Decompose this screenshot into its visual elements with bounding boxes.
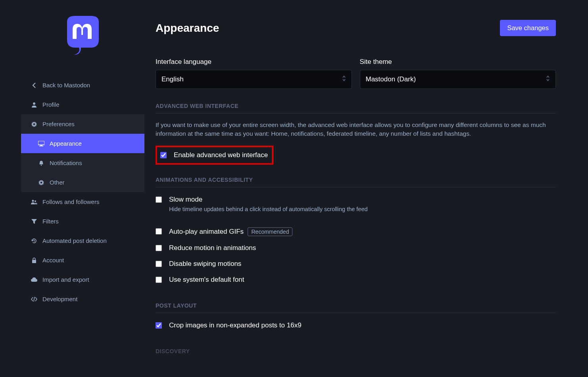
svg-point-10 (35, 200, 36, 202)
highlighted-checkbox-box: Enable advanced web interface (156, 146, 273, 165)
system-font-checkbox[interactable] (156, 277, 162, 283)
sidebar-item-profile[interactable]: Profile (21, 95, 144, 114)
disable-swiping-label: Disable swiping motions (169, 260, 241, 268)
sidebar-item-label: Follows and followers (42, 198, 99, 205)
animations-accessibility-heading: ANIMATIONS AND ACCESSIBILITY (156, 177, 556, 187)
history-icon (31, 238, 38, 244)
mastodon-logo-icon (63, 16, 103, 60)
site-theme-select[interactable]: Mastodon (Dark) (360, 70, 556, 89)
filter-icon (31, 219, 38, 224)
slow-mode-description: Hide timeline updates behind a click ins… (169, 206, 368, 212)
crop-images-checkbox[interactable] (156, 322, 162, 329)
autoplay-gifs-checkbox[interactable] (156, 228, 162, 235)
lock-icon (31, 258, 38, 263)
reduce-motion-checkbox[interactable] (156, 245, 162, 251)
discovery-heading: DISCOVERY (156, 348, 556, 358)
crop-images-label: Crop images in non-expanded posts to 16x… (169, 321, 302, 329)
sidebar-item-other[interactable]: Other (21, 173, 144, 192)
sidebar-back-label: Back to Mastodon (42, 82, 90, 88)
sidebar-item-appearance[interactable]: Appearance (21, 134, 144, 153)
bell-icon (38, 160, 45, 166)
cloud-icon (31, 277, 38, 282)
site-theme-field: Site theme Mastodon (Dark) (360, 58, 556, 89)
desktop-icon (38, 141, 45, 146)
enable-advanced-web-interface-label: Enable advanced web interface (174, 151, 268, 159)
chevron-left-icon (31, 83, 38, 88)
sidebar-item-label: Profile (42, 101, 60, 108)
svg-rect-4 (40, 145, 42, 146)
interface-language-field: Interface language English (156, 58, 352, 89)
svg-rect-5 (39, 146, 43, 146)
sidebar-item-development[interactable]: Development (21, 289, 144, 309)
sidebar-item-automated-deletion[interactable]: Automated post deletion (21, 231, 144, 250)
sidebar-item-label: Import and export (42, 276, 89, 283)
sidebar-item-label: Appearance (50, 140, 82, 147)
autoplay-gifs-row: Auto-play animated GIFs Recommended (156, 226, 556, 237)
disable-swiping-checkbox[interactable] (156, 261, 162, 267)
slow-mode-row: Slow mode Hide timeline updates behind a… (156, 194, 556, 214)
sidebar-item-import-export[interactable]: Import and export (21, 270, 144, 289)
field-row: Interface language English Site theme Ma… (156, 58, 556, 89)
system-font-row: Use system's default font (156, 275, 556, 285)
reduce-motion-label: Reduce motion in animations (169, 244, 256, 252)
sidebar: Back to Mastodon Profile Preferences App… (21, 0, 144, 377)
sidebar-item-follows[interactable]: Follows and followers (21, 192, 144, 212)
sidebar-item-filters[interactable]: Filters (21, 212, 144, 231)
select-value: Mastodon (Dark) (366, 75, 416, 83)
system-font-label: Use system's default font (169, 276, 244, 284)
main-content: Appearance Save changes Interface langua… (144, 0, 567, 377)
recommended-badge: Recommended (248, 227, 292, 236)
code-icon (31, 297, 38, 302)
sidebar-item-label: Other (50, 179, 65, 186)
select-arrows-icon (546, 75, 550, 84)
sidebar-item-label: Development (42, 296, 77, 302)
sidebar-preferences-group: Preferences Appearance Notifications Oth… (21, 114, 144, 192)
svg-point-9 (32, 200, 34, 202)
interface-language-label: Interface language (156, 58, 352, 66)
site-theme-label: Site theme (360, 58, 556, 66)
reduce-motion-row: Reduce motion in animations (156, 243, 556, 253)
svg-point-2 (33, 123, 35, 125)
disable-swiping-row: Disable swiping motions (156, 259, 556, 269)
advanced-web-interface-heading: ADVANCED WEB INTERFACE (156, 103, 556, 113)
sidebar-item-label: Preferences (42, 121, 75, 127)
sidebar-item-label: Account (42, 257, 64, 264)
sidebar-nav: Back to Mastodon Profile Preferences App… (21, 75, 144, 309)
enable-advanced-web-interface-checkbox[interactable] (160, 152, 167, 158)
logo-area (21, 0, 144, 75)
svg-point-6 (41, 164, 42, 165)
sidebar-back-link[interactable]: Back to Mastodon (21, 75, 144, 95)
save-changes-button[interactable]: Save changes (500, 20, 556, 36)
sidebar-item-label: Automated post deletion (42, 237, 107, 244)
sidebar-item-label: Notifications (50, 160, 82, 166)
sidebar-item-notifications[interactable]: Notifications (21, 153, 144, 173)
svg-point-0 (33, 102, 35, 105)
select-value: English (161, 75, 184, 83)
interface-language-select[interactable]: English (156, 70, 352, 89)
post-layout-heading: POST LAYOUT (156, 302, 556, 313)
page-header: Appearance Save changes (156, 20, 556, 36)
slow-mode-checkbox[interactable] (156, 196, 162, 203)
svg-rect-3 (38, 141, 44, 145)
select-arrows-icon (342, 75, 346, 84)
users-icon (31, 199, 38, 205)
sidebar-item-account[interactable]: Account (21, 250, 144, 270)
autoplay-gifs-label: Auto-play animated GIFs (169, 228, 244, 235)
svg-point-8 (40, 181, 42, 183)
sidebar-item-preferences[interactable]: Preferences (21, 114, 144, 134)
user-icon (31, 102, 38, 108)
gear-icon (38, 180, 45, 185)
sidebar-item-label: Filters (42, 218, 59, 225)
page-title: Appearance (156, 22, 219, 35)
svg-rect-11 (32, 260, 36, 263)
crop-images-row: Crop images in non-expanded posts to 16x… (156, 320, 556, 331)
gear-icon (31, 121, 38, 127)
advanced-web-interface-description: If you want to make use of your entire s… (156, 121, 556, 138)
slow-mode-label: Slow mode (169, 196, 202, 203)
